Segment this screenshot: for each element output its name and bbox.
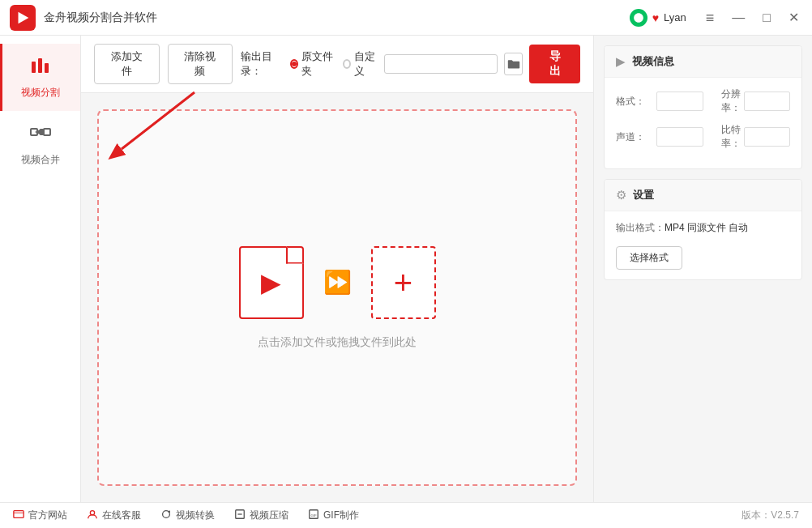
wechat-icon <box>630 9 647 27</box>
online-support-icon <box>87 509 98 522</box>
svg-rect-3 <box>45 63 49 73</box>
radio-custom[interactable]: 自定义 <box>343 49 378 79</box>
video-compress-icon <box>234 509 246 522</box>
bottom-item-video-convert[interactable]: 视频转换 <box>160 509 215 522</box>
forward-arrow-icon: ⏩ <box>323 269 352 296</box>
bottom-item-gif-maker[interactable]: GIF GIF制作 <box>308 509 359 522</box>
video-info-body: 格式： 分辨率： 声道： 比特率： <box>605 78 801 168</box>
username: Lyan <box>664 11 686 23</box>
video-info-header: ▶ 视频信息 <box>605 46 801 78</box>
video-split-icon <box>29 55 52 83</box>
maximize-button[interactable]: □ <box>759 10 774 26</box>
channel-row: 声道： 比特率： <box>616 123 790 151</box>
drop-area[interactable]: ▶ ⏩ + 点击添加文件或拖拽文件到此处 <box>97 109 577 486</box>
export-button[interactable]: 导出 <box>529 45 580 83</box>
right-panel: ▶ 视频信息 格式： 分辨率： 声道： 比特率： <box>593 36 812 502</box>
output-dir-label: 输出目录： <box>241 49 283 79</box>
select-format-button[interactable]: 选择格式 <box>616 246 682 270</box>
sidebar-label-video-merge: 视频合并 <box>21 153 60 167</box>
channel-value <box>656 127 703 147</box>
main-container: 添加文件 清除视频 输出目录： 原文件夹 自定义 <box>81 36 812 502</box>
video-merge-icon <box>29 122 52 150</box>
window-controls: ≡ — □ ✕ <box>703 9 802 27</box>
add-output-icon: + <box>371 246 436 319</box>
video-info-panel: ▶ 视频信息 格式： 分辨率： 声道： 比特率： <box>604 45 802 169</box>
radio-original-dot <box>290 59 298 69</box>
path-input[interactable] <box>384 54 498 74</box>
svg-rect-2 <box>38 58 42 73</box>
bottom-item-video-compress[interactable]: 视频压缩 <box>234 509 288 522</box>
sidebar: 视频分割 视频合并 <box>0 36 81 502</box>
clear-video-button[interactable]: 清除视频 <box>168 44 233 84</box>
radio-original[interactable]: 原文件夹 <box>290 49 334 79</box>
channel-label: 声道： <box>616 130 656 144</box>
drop-icons: ▶ ⏩ + <box>239 246 436 319</box>
settings-body: 输出格式： MP4 同源文件 自动 选择格式 <box>605 211 801 279</box>
settings-header: ⚙ 设置 <box>605 180 801 211</box>
svg-marker-0 <box>19 11 29 23</box>
video-info-title: 视频信息 <box>632 54 674 69</box>
output-dir-section: 输出目录： 原文件夹 自定义 <box>241 45 580 83</box>
version-label: 版本：V2.5.7 <box>741 509 799 522</box>
svg-rect-10 <box>14 511 24 518</box>
drop-hint: 点击添加文件或拖拽文件到此处 <box>258 335 417 350</box>
settings-panel: ⚙ 设置 输出格式： MP4 同源文件 自动 选择格式 <box>604 179 802 280</box>
output-format-value: MP4 同源文件 自动 <box>665 221 748 235</box>
sidebar-label-video-split: 视频分割 <box>21 86 60 100</box>
online-support-label: 在线客服 <box>102 509 141 522</box>
radio-original-label: 原文件夹 <box>301 49 334 79</box>
add-file-button[interactable]: 添加文件 <box>94 44 160 84</box>
sidebar-item-video-split[interactable]: 视频分割 <box>0 44 80 111</box>
sidebar-item-video-merge[interactable]: 视频合并 <box>0 111 80 178</box>
content-area: 添加文件 清除视频 输出目录： 原文件夹 自定义 <box>81 36 593 502</box>
bottom-bar: 官方网站 在线客服 视频转换 视频压缩 <box>0 502 812 528</box>
bottom-item-official-site[interactable]: 官方网站 <box>13 509 67 522</box>
svg-text:GIF: GIF <box>311 513 318 517</box>
user-info: ♥ Lyan <box>630 9 686 27</box>
gif-maker-label: GIF制作 <box>323 509 359 522</box>
svg-point-12 <box>90 511 94 515</box>
bitrate-value <box>744 127 791 147</box>
gear-icon: ⚙ <box>616 188 626 202</box>
resolution-value <box>744 92 791 111</box>
settings-title: 设置 <box>633 188 654 202</box>
official-site-icon <box>13 509 24 522</box>
format-value <box>656 92 703 111</box>
app-title: 金舟视频分割合并软件 <box>44 11 630 25</box>
official-site-label: 官方网站 <box>28 509 67 522</box>
app-logo <box>10 5 36 31</box>
svg-rect-1 <box>32 62 36 73</box>
toolbar: 添加文件 清除视频 输出目录： 原文件夹 自定义 <box>81 36 593 93</box>
output-format-label: 输出格式： <box>616 221 665 235</box>
plus-icon: + <box>394 266 412 299</box>
source-file-icon: ▶ <box>239 246 304 319</box>
resolution-label: 分辨率： <box>703 87 744 115</box>
menu-button[interactable]: ≡ <box>703 9 718 27</box>
minimize-button[interactable]: — <box>729 10 748 26</box>
video-convert-label: 视频转换 <box>176 509 215 522</box>
close-button[interactable]: ✕ <box>785 10 802 26</box>
heart-icon: ♥ <box>652 11 659 24</box>
bottom-item-online-support[interactable]: 在线客服 <box>87 509 141 522</box>
video-compress-label: 视频压缩 <box>250 509 288 522</box>
play-icon: ▶ <box>261 267 281 298</box>
title-bar: 金舟视频分割合并软件 ♥ Lyan ≡ — □ ✕ <box>0 0 812 36</box>
bitrate-label: 比特率： <box>703 123 744 151</box>
app-body: 视频分割 视频合并 添加文件 清除视频 输出目录： <box>0 36 812 502</box>
output-format-row: 输出格式： MP4 同源文件 自动 <box>616 221 790 235</box>
format-row: 格式： 分辨率： <box>616 87 790 115</box>
radio-custom-dot <box>343 59 351 69</box>
folder-button[interactable] <box>504 53 523 75</box>
svg-rect-7 <box>44 129 50 135</box>
play-header-icon: ▶ <box>616 54 626 69</box>
radio-custom-label: 自定义 <box>354 49 378 79</box>
radio-group: 原文件夹 自定义 <box>290 49 378 79</box>
drop-area-wrapper: ▶ ⏩ + 点击添加文件或拖拽文件到此处 <box>81 93 593 502</box>
gif-maker-icon: GIF <box>308 509 319 522</box>
video-convert-icon <box>160 509 172 522</box>
format-label: 格式： <box>616 95 656 109</box>
